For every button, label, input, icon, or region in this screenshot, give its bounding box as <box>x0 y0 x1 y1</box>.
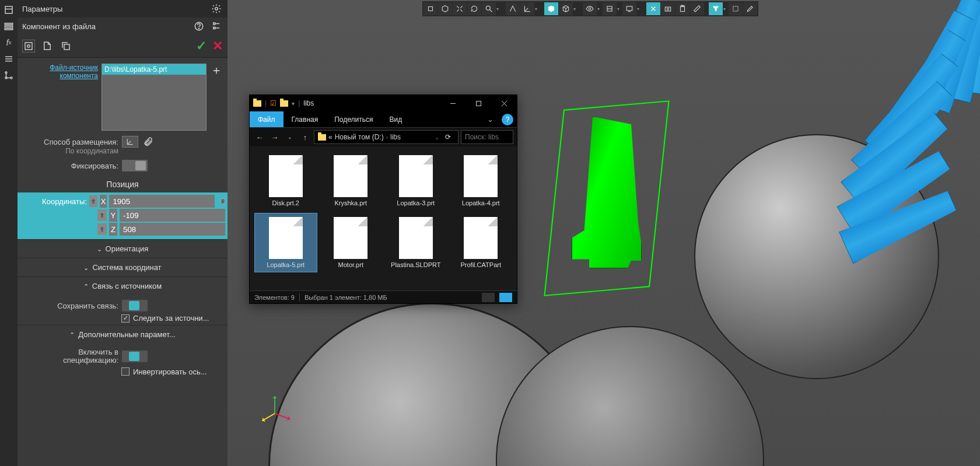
source-file-link[interactable]: Файл-источник компонента <box>22 64 98 80</box>
pin-y-icon[interactable] <box>97 209 107 221</box>
extra-section[interactable]: ⌃Дополнительные парамет... <box>18 325 228 344</box>
tb-axes-icon[interactable] <box>520 2 534 15</box>
tab-view[interactable]: Вид <box>381 111 410 127</box>
rail-tree-icon[interactable] <box>2 69 15 82</box>
file-item[interactable]: Lopatka-3.prt <box>384 151 447 211</box>
help-icon[interactable] <box>192 20 205 33</box>
svg-point-22 <box>589 8 591 10</box>
rail-menu-icon[interactable] <box>2 52 15 65</box>
rail-list-icon[interactable] <box>2 20 15 33</box>
coord-z-input[interactable] <box>120 223 225 236</box>
tb-select-icon[interactable] <box>729 2 743 15</box>
tb-visibility-icon[interactable] <box>583 2 597 15</box>
file-name: Plastina.SLDPRT <box>391 261 440 268</box>
keep-link-label: Сохранить связь: <box>22 302 118 310</box>
coord-y-input[interactable] <box>120 209 225 222</box>
path-dropdown-icon[interactable]: ⌄ <box>435 134 439 141</box>
file-item[interactable]: Lopatka-4.prt <box>450 151 513 211</box>
tb-rotate-icon[interactable] <box>467 2 481 15</box>
coordinate-system-section[interactable]: ⌄Система координат <box>18 258 228 276</box>
coord-option-icon[interactable] <box>220 198 225 204</box>
tb-iso-icon[interactable] <box>438 2 452 15</box>
coord-x-input[interactable] <box>109 195 215 208</box>
source-file-list[interactable]: D:\libs\Lopatka-5.prt <box>102 64 206 131</box>
cancel-button[interactable]: ✕ <box>212 38 223 54</box>
attachment-icon[interactable] <box>142 135 155 148</box>
invert-axis-checkbox[interactable] <box>121 367 130 376</box>
qat-check-icon[interactable]: ☑ <box>270 99 276 107</box>
file-item[interactable]: Lopatka-5.prt <box>254 213 317 272</box>
nav-up-button[interactable]: ↑ <box>299 131 312 143</box>
explorer-file-grid[interactable]: Disk.prt.2Kryshka.prtLopatka-3.prtLopatk… <box>250 146 517 290</box>
keep-link-toggle[interactable] <box>122 300 148 311</box>
qat-sep: | <box>298 99 300 107</box>
breadcrumb-drive[interactable]: Новый том (D:) <box>335 133 384 141</box>
orientation-section[interactable]: ⌄Ориентация <box>18 239 228 258</box>
tb-clipboard-icon[interactable] <box>676 2 690 15</box>
svg-rect-29 <box>665 7 670 11</box>
tab-share[interactable]: Поделиться <box>326 111 381 127</box>
ribbon-collapse-icon[interactable]: ⌄ <box>482 111 498 127</box>
file-item[interactable]: Motor.prt <box>320 213 383 272</box>
folder-icon[interactable] <box>280 100 288 107</box>
tb-measure-icon[interactable] <box>690 2 704 15</box>
tb-edit-icon[interactable] <box>743 2 757 15</box>
chevron-up-icon: ⌃ <box>83 283 89 290</box>
explorer-search-input[interactable] <box>461 130 513 144</box>
coords-block: Координаты: X Y Z <box>18 192 228 239</box>
placement-select[interactable] <box>122 136 138 148</box>
file-item[interactable]: Profil.CATPart <box>450 213 513 272</box>
tb-zoom-icon[interactable] <box>482 2 496 15</box>
close-button[interactable] <box>491 95 517 111</box>
fix-toggle[interactable] <box>122 160 148 171</box>
pin-x-icon[interactable] <box>89 195 97 207</box>
tb-modes-icon[interactable] <box>646 2 660 15</box>
link-section[interactable]: ⌃Связь с источником <box>18 276 228 295</box>
view-details-icon[interactable] <box>482 293 495 302</box>
tb-filter-icon[interactable] <box>709 2 723 15</box>
tb-shaded-icon[interactable] <box>544 2 558 15</box>
left-icon-rail: fx <box>0 0 18 466</box>
breadcrumb-folder[interactable]: libs <box>390 133 401 141</box>
file-thumb-icon <box>334 217 368 259</box>
file-item[interactable]: Kryshka.prt <box>320 151 383 211</box>
new-from-template-icon[interactable] <box>22 40 35 52</box>
pin-z-icon[interactable] <box>97 223 107 235</box>
breadcrumb-prefix[interactable]: « <box>328 133 332 141</box>
tb-layers-icon[interactable] <box>603 2 617 15</box>
coords-label: Координаты: <box>20 197 87 206</box>
tb-wireframe-icon[interactable] <box>559 2 573 15</box>
tb-display-icon[interactable] <box>622 2 636 15</box>
file-item[interactable]: Disk.prt.2 <box>254 151 317 211</box>
nav-recent-dropdown[interactable]: ⌄ <box>284 131 296 143</box>
tb-camera-icon[interactable] <box>661 2 675 15</box>
tb-fit-icon[interactable] <box>453 2 467 15</box>
qat-dropdown-icon[interactable]: ▾ <box>292 100 295 107</box>
refresh-icon[interactable]: ⟳ <box>442 131 454 143</box>
rail-fx-icon[interactable]: fx <box>2 36 15 49</box>
source-file-item[interactable]: D:\libs\Lopatka-5.prt <box>102 64 206 75</box>
tab-home[interactable]: Главная <box>284 111 327 127</box>
panel-settings-icon[interactable] <box>210 2 223 15</box>
watch-source-checkbox[interactable] <box>121 314 130 323</box>
apply-button[interactable]: ✓ <box>196 38 206 54</box>
tb-cut-plane-icon[interactable] <box>506 2 520 15</box>
include-spec-toggle[interactable] <box>122 351 148 362</box>
axis-x: X <box>100 195 107 208</box>
file-item[interactable]: Plastina.SLDPRT <box>384 213 447 272</box>
tb-normal-to-icon[interactable] <box>424 2 438 15</box>
add-file-button[interactable]: ＋ <box>210 64 223 76</box>
breadcrumb[interactable]: « Новый том (D:) › libs ⌄ ⟳ <box>314 130 459 144</box>
view-icons-icon[interactable] <box>499 293 512 302</box>
nav-back-button[interactable]: ← <box>253 131 266 143</box>
maximize-button[interactable] <box>466 95 491 111</box>
open-file-icon[interactable] <box>41 40 54 52</box>
help-icon[interactable]: ? <box>502 114 513 125</box>
nav-forward-button[interactable]: → <box>268 131 281 143</box>
copy-file-icon[interactable] <box>60 40 72 52</box>
tab-file[interactable]: Файл <box>250 111 284 127</box>
explorer-titlebar[interactable]: | ☑ ▾ | libs <box>250 95 517 111</box>
minimize-button[interactable] <box>440 95 466 111</box>
rail-params-icon[interactable] <box>2 3 15 16</box>
panel-steps-icon[interactable] <box>210 20 223 33</box>
